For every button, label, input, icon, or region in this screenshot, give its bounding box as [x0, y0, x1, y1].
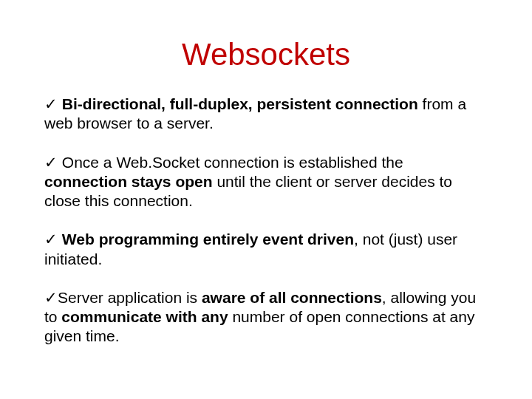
bullet-bold: Web programming entirely event driven [62, 231, 354, 248]
bullet-text: Once a Web.Socket connection is establis… [62, 154, 403, 171]
check-icon: ✓ [44, 289, 58, 306]
slide: Websockets ✓ Bi-directional, full-duplex… [0, 0, 532, 399]
check-icon: ✓ [44, 231, 58, 248]
slide-title: Websockets [44, 37, 488, 72]
bullet-text: Server application is [58, 289, 202, 306]
bullet-item: ✓ Web programming entirely event driven,… [44, 230, 488, 269]
bullet-bold: connection stays open [44, 173, 213, 190]
bullet-item: ✓ Bi-directional, full-duplex, persisten… [44, 95, 488, 134]
bullet-item: ✓ Once a Web.Socket connection is establ… [44, 153, 488, 211]
bullet-bold: aware of all connections [202, 289, 382, 306]
bullet-item: ✓Server application is aware of all conn… [44, 288, 488, 347]
check-icon: ✓ [44, 154, 58, 171]
bullet-bold: communicate with any [61, 308, 228, 325]
check-icon: ✓ [44, 95, 58, 112]
bullet-bold: Bi-directional, full-duplex, persistent … [62, 95, 418, 112]
